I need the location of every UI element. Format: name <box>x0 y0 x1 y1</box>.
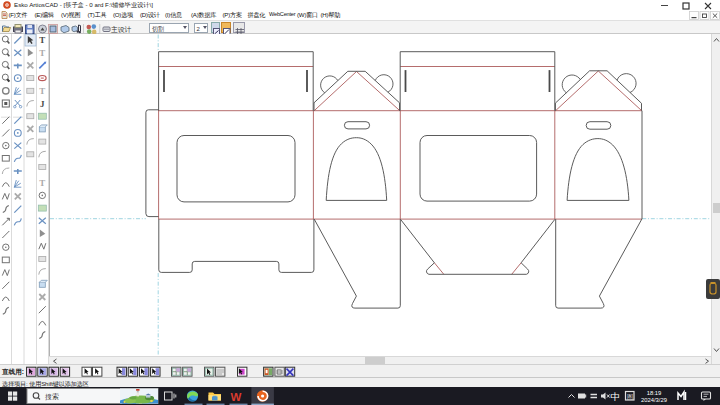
svg-text:2024/3/29: 2024/3/29 <box>641 397 667 403</box>
svg-text:图: 图 <box>627 394 633 401</box>
svg-text:J: J <box>40 99 45 109</box>
svg-text:18:19: 18:19 <box>647 390 662 396</box>
svg-text:T: T <box>39 86 45 96</box>
svg-text:直线用:: 直线用: <box>1 368 24 376</box>
svg-text:T: T <box>39 48 45 58</box>
svg-text:主设计: 主设计 <box>111 26 132 33</box>
svg-text:W: W <box>231 391 242 403</box>
svg-text:T: T <box>39 35 45 45</box>
svg-text:中: 中 <box>611 391 621 402</box>
svg-text:搜索: 搜索 <box>45 393 59 401</box>
svg-text:T: T <box>39 178 45 188</box>
